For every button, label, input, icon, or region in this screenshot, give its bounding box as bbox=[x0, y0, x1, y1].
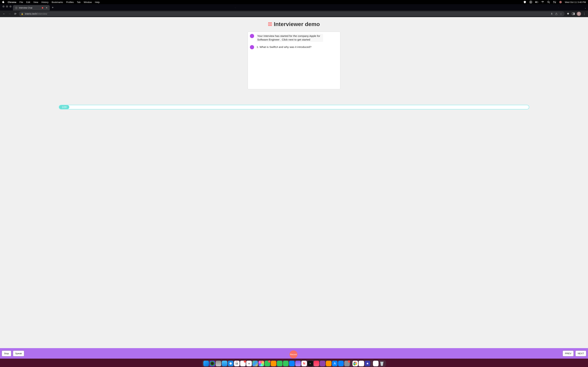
dock-zoom-icon[interactable] bbox=[338, 361, 344, 366]
svg-point-1 bbox=[530, 1, 531, 3]
dock-facetime-icon[interactable] bbox=[277, 361, 282, 366]
dock-xcode-icon[interactable] bbox=[359, 361, 364, 366]
svg-rect-4 bbox=[535, 2, 537, 3]
voice-search-icon[interactable] bbox=[550, 13, 553, 15]
dock: OCT 11 1 ⊞ 27 N tv A 1 ★ bbox=[0, 359, 588, 367]
dock-imovie-icon[interactable]: ★ bbox=[365, 361, 370, 366]
menu-window[interactable]: Window bbox=[84, 1, 92, 3]
tabstrip-dropdown-icon[interactable]: ⌄ bbox=[583, 7, 588, 10]
menu-view[interactable]: View bbox=[33, 1, 38, 3]
profile-avatar[interactable]: C bbox=[577, 12, 581, 16]
menubar-wifi-icon[interactable] bbox=[541, 0, 544, 4]
dock-numbers-icon[interactable] bbox=[283, 361, 289, 366]
chrome-toolbar: ← → ⟳ 🔒 interio.tech/interview ☆ C ⋮ bbox=[0, 10, 588, 17]
lock-icon[interactable]: 🔒 bbox=[21, 13, 24, 15]
dock-safari-icon[interactable] bbox=[228, 361, 233, 366]
page-content: Interviewer demo Your Interview has star… bbox=[0, 17, 588, 359]
dock-textedit-icon[interactable] bbox=[373, 361, 379, 366]
nav-reload-button[interactable]: ⟳ bbox=[13, 12, 17, 16]
dock-siri-icon[interactable] bbox=[209, 361, 215, 366]
menubar-malware-icon[interactable] bbox=[523, 0, 526, 4]
new-tab-button[interactable]: + bbox=[50, 6, 56, 10]
dock-reminders-icon[interactable]: 1 bbox=[240, 361, 246, 366]
svg-line-6 bbox=[549, 3, 550, 3]
dock-contacts-icon[interactable]: ⊞ bbox=[246, 361, 252, 366]
extensions-icon[interactable] bbox=[566, 12, 570, 16]
next-button[interactable]: NEXT bbox=[575, 350, 586, 356]
url-host: interio.tech bbox=[25, 12, 37, 15]
dock-maps-icon[interactable] bbox=[252, 361, 258, 366]
dock-settings-icon[interactable]: 1 bbox=[344, 361, 350, 366]
nav-back-button[interactable]: ← bbox=[2, 12, 6, 16]
prev-button[interactable]: PREV bbox=[563, 350, 574, 356]
stop-button[interactable]: Stop bbox=[2, 350, 11, 356]
nav-forward-button[interactable]: → bbox=[8, 12, 12, 16]
dock-messages-icon[interactable]: 27 bbox=[265, 361, 270, 366]
tab-favicon-icon bbox=[15, 7, 17, 9]
menubar-control-center-icon[interactable] bbox=[553, 0, 556, 4]
dock-finder-icon[interactable] bbox=[203, 361, 209, 366]
svg-point-5 bbox=[548, 1, 549, 3]
menu-history[interactable]: History bbox=[41, 1, 48, 3]
menu-edit[interactable]: Edit bbox=[26, 1, 30, 3]
menu-help[interactable]: Help bbox=[95, 1, 100, 3]
url-text: interio.tech/interview bbox=[25, 12, 549, 15]
dock-podcasts-icon[interactable] bbox=[320, 361, 325, 366]
share-icon[interactable] bbox=[555, 13, 558, 15]
chrome-window: Interview Chat ✕ + ⌄ ← → ⟳ 🔒 interio.tec… bbox=[0, 4, 588, 359]
chat-container: Your Interview has started for the compa… bbox=[248, 32, 340, 89]
browser-tab[interactable]: Interview Chat ✕ bbox=[13, 5, 50, 10]
menu-profiles[interactable]: Profiles bbox=[66, 1, 74, 3]
dock-calendar-icon[interactable]: OCT 11 bbox=[234, 361, 240, 366]
dock-books-icon[interactable] bbox=[326, 361, 331, 366]
sidepanel-icon[interactable] bbox=[571, 12, 575, 16]
record-button[interactable]: Record bbox=[289, 350, 297, 359]
page-title-text: Interviewer demo bbox=[274, 21, 320, 27]
chat-message-text: Your Interview has started for the compa… bbox=[257, 34, 323, 42]
traffic-minimize-icon[interactable] bbox=[6, 5, 8, 8]
traffic-zoom-icon[interactable] bbox=[9, 5, 12, 8]
dock-chrome-icon[interactable] bbox=[353, 361, 358, 366]
chrome-menu-icon[interactable]: ⋮ bbox=[583, 12, 586, 16]
chat-message-text: 1. What is SwiftUI and why was it introd… bbox=[257, 45, 311, 49]
dock-separator bbox=[351, 361, 351, 366]
progress-bar: 1/20 bbox=[59, 105, 529, 109]
dock-appletv-icon[interactable]: tv bbox=[307, 361, 313, 366]
menubar-search-icon[interactable] bbox=[547, 0, 550, 4]
menu-bookmarks[interactable]: Bookmarks bbox=[52, 1, 63, 3]
address-bar[interactable]: 🔒 interio.tech/interview ☆ bbox=[19, 11, 564, 16]
apple-menu-icon[interactable] bbox=[2, 1, 5, 4]
chat-message: Your Interview has started for the compa… bbox=[250, 34, 338, 42]
menubar-clock[interactable]: Wed Oct 11 3:40 PM bbox=[565, 1, 586, 3]
menubar-battery-icon[interactable] bbox=[535, 0, 538, 4]
speak-button[interactable]: Speak bbox=[13, 350, 24, 356]
window-traffic-lights[interactable] bbox=[1, 5, 13, 9]
tab-close-icon[interactable]: ✕ bbox=[46, 7, 48, 9]
dock-photos-icon[interactable] bbox=[259, 361, 264, 366]
svg-rect-16 bbox=[573, 13, 575, 15]
page-title: Interviewer demo bbox=[0, 21, 588, 27]
svg-point-8 bbox=[553, 1, 554, 2]
dock-trash-icon[interactable] bbox=[379, 361, 385, 366]
traffic-close-icon[interactable] bbox=[2, 5, 5, 8]
progress-label: 1/20 bbox=[62, 106, 67, 108]
menu-file[interactable]: File bbox=[19, 1, 23, 3]
dock-stocks-icon[interactable] bbox=[295, 361, 301, 366]
menu-tab[interactable]: Tab bbox=[77, 1, 80, 3]
svg-rect-23 bbox=[380, 362, 384, 362]
dock-pages-icon[interactable] bbox=[271, 361, 276, 366]
dock-mail-icon[interactable] bbox=[222, 361, 227, 366]
dock-music-icon[interactable] bbox=[314, 361, 319, 366]
bookmark-star-icon[interactable]: ☆ bbox=[559, 12, 562, 15]
menubar-cloud-icon[interactable] bbox=[529, 0, 532, 4]
dock-news-icon[interactable]: N bbox=[301, 361, 307, 366]
dock-launchpad-icon[interactable] bbox=[216, 361, 221, 366]
dock-keynote-icon[interactable] bbox=[289, 361, 295, 366]
dock-appstore-icon[interactable]: A bbox=[332, 361, 337, 366]
menubar-user-icon[interactable] bbox=[559, 0, 562, 4]
calendar-month-label: OCT bbox=[236, 361, 238, 362]
menubar-app-name[interactable]: Chrome bbox=[8, 1, 16, 3]
chat-message: 1. What is SwiftUI and why was it introd… bbox=[250, 45, 338, 49]
badge: 1 bbox=[244, 360, 246, 363]
svg-point-11 bbox=[559, 1, 562, 3]
